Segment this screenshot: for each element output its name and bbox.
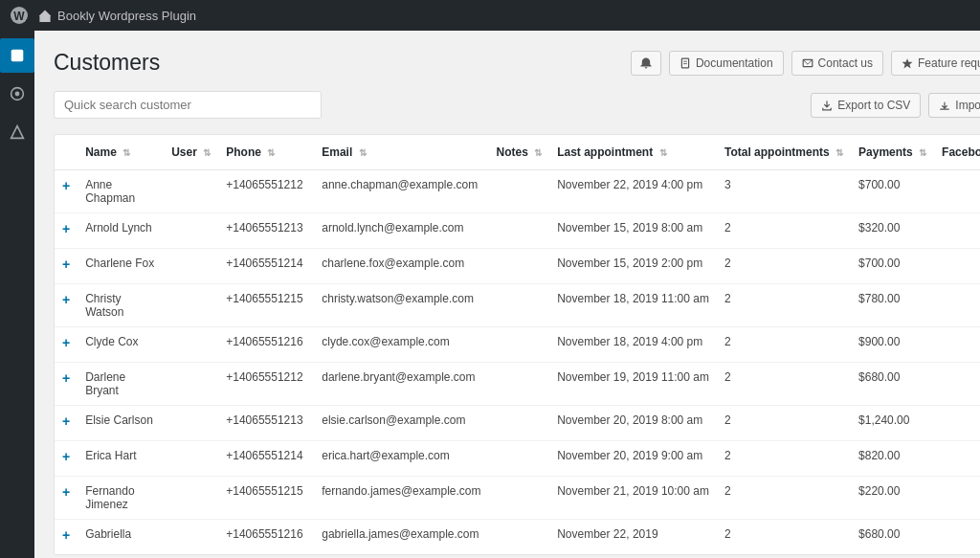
import-label: Import xyxy=(955,99,980,112)
row-facebook xyxy=(934,406,980,441)
row-expand-btn[interactable]: + xyxy=(62,292,70,307)
row-user xyxy=(164,441,218,477)
import-icon xyxy=(939,100,950,111)
star-icon xyxy=(902,57,913,69)
sidebar-icon-menu1[interactable] xyxy=(0,77,34,111)
row-expand-btn[interactable]: + xyxy=(62,527,70,543)
row-expand-btn[interactable]: + xyxy=(62,449,70,464)
row-payments: $900.00 xyxy=(851,327,934,363)
row-email: gabriella.james@example.com xyxy=(314,520,488,555)
row-phone: +14065551215 xyxy=(218,284,314,327)
table-row: + Elsie Carlson +14065551213 elsie.carls… xyxy=(55,406,980,441)
row-last-appointment: November 20, 2019 9:00 am xyxy=(549,441,717,477)
row-payments: $320.00 xyxy=(851,213,934,249)
row-notes xyxy=(488,441,549,477)
table-row: + Christy Watson +14065551215 christy.wa… xyxy=(55,284,980,327)
row-facebook xyxy=(934,363,980,406)
row-expand-btn[interactable]: + xyxy=(62,413,70,429)
email-icon xyxy=(802,57,813,69)
row-notes xyxy=(488,284,549,327)
row-expand-btn[interactable]: + xyxy=(62,221,70,236)
row-email: darlene.bryant@example.com xyxy=(314,363,488,406)
row-phone: +14065551213 xyxy=(218,406,314,441)
row-total-appointments: 2 xyxy=(717,477,851,520)
row-phone: +14065551216 xyxy=(218,327,314,363)
th-name[interactable]: Name ⇅ xyxy=(78,135,164,170)
row-phone: +14065551215 xyxy=(218,477,314,520)
house-icon xyxy=(38,9,52,22)
row-payments: $220.00 xyxy=(851,477,934,520)
th-payments[interactable]: Payments ⇅ xyxy=(851,135,934,170)
sort-last-appt-icon: ⇅ xyxy=(659,147,667,158)
header-actions: Documentation Contact us Feature request… xyxy=(631,51,980,76)
row-email: anne.chapman@example.com xyxy=(314,170,488,213)
th-last-appointment[interactable]: Last appointment ⇅ xyxy=(549,135,717,170)
th-facebook[interactable]: Facebook ⇅ xyxy=(934,135,980,170)
sort-total-appt-icon: ⇅ xyxy=(835,147,843,158)
bell-icon xyxy=(639,56,653,70)
row-phone: +14065551213 xyxy=(218,213,314,249)
row-notes xyxy=(488,170,549,213)
row-payments: $680.00 xyxy=(851,520,934,555)
site-name: Bookly Wordpress Plugin xyxy=(38,9,196,23)
toolbar-right: Export to CSV Import + New customer xyxy=(811,93,980,118)
row-expand-btn[interactable]: + xyxy=(62,484,70,500)
contact-us-button[interactable]: Contact us xyxy=(791,51,883,76)
search-input[interactable] xyxy=(54,91,322,119)
svg-rect-4 xyxy=(11,50,24,62)
row-payments: $1,240.00 xyxy=(851,406,934,441)
row-user xyxy=(164,249,218,284)
row-total-appointments: 2 xyxy=(717,284,851,327)
sidebar-icon-bookly[interactable] xyxy=(0,38,34,73)
documentation-label: Documentation xyxy=(696,56,773,70)
row-expand-cell: + xyxy=(55,249,78,284)
sort-email-icon: ⇅ xyxy=(359,147,367,158)
feature-requests-button[interactable]: Feature requests xyxy=(891,51,980,76)
table-row: + Fernando Jimenez +14065551215 fernando… xyxy=(55,477,980,520)
row-expand-btn[interactable]: + xyxy=(62,257,70,272)
row-total-appointments: 2 xyxy=(717,520,851,555)
row-notes xyxy=(488,363,549,406)
row-notes xyxy=(488,520,549,555)
row-expand-btn[interactable]: + xyxy=(62,370,70,386)
row-facebook xyxy=(934,520,980,555)
row-name: Arnold Lynch xyxy=(78,213,164,249)
row-last-appointment: November 22, 2019 4:00 pm xyxy=(549,170,717,213)
row-email: arnold.lynch@example.com xyxy=(314,213,488,249)
row-email: fernando.james@example.com xyxy=(314,477,488,520)
row-payments: $780.00 xyxy=(851,284,934,327)
import-button[interactable]: Import xyxy=(928,93,980,118)
th-total-appointments[interactable]: Total appointments ⇅ xyxy=(717,135,851,170)
table-row: + Clyde Cox +14065551216 clyde.cox@examp… xyxy=(55,327,980,363)
row-expand-btn[interactable]: + xyxy=(62,178,70,193)
row-total-appointments: 2 xyxy=(717,363,851,406)
row-facebook xyxy=(934,441,980,477)
contact-us-label: Contact us xyxy=(818,56,873,70)
sidebar xyxy=(0,31,34,558)
row-expand-cell: + xyxy=(55,170,78,213)
row-expand-btn[interactable]: + xyxy=(62,335,70,350)
page-title: Customers xyxy=(54,50,160,76)
site-name-text: Bookly Wordpress Plugin xyxy=(57,9,196,23)
customers-table-wrap: Name ⇅ User ⇅ Phone ⇅ Email ⇅ Notes ⇅ La… xyxy=(54,134,980,555)
bell-button[interactable] xyxy=(631,51,661,76)
th-phone[interactable]: Phone ⇅ xyxy=(218,135,314,170)
row-expand-cell: + xyxy=(55,284,78,327)
documentation-button[interactable]: Documentation xyxy=(669,51,784,76)
toolbar: Export to CSV Import + New customer xyxy=(54,91,980,119)
table-row: + Charlene Fox +14065551214 charlene.fox… xyxy=(55,249,980,284)
sort-phone-icon: ⇅ xyxy=(267,147,275,158)
row-payments: $700.00 xyxy=(851,249,934,284)
sort-user-icon: ⇅ xyxy=(203,147,211,158)
th-notes[interactable]: Notes ⇅ xyxy=(488,135,549,170)
export-csv-button[interactable]: Export to CSV xyxy=(811,93,921,118)
svg-text:W: W xyxy=(13,10,25,23)
row-last-appointment: November 18, 2019 11:00 am xyxy=(549,284,717,327)
row-phone: +14065551212 xyxy=(218,363,314,406)
th-user[interactable]: User ⇅ xyxy=(164,135,218,170)
row-phone: +14065551214 xyxy=(218,249,314,284)
page-header: Customers Documentation Contact us Featu… xyxy=(54,50,980,76)
sidebar-icon-menu2[interactable] xyxy=(0,115,34,149)
sort-name-icon: ⇅ xyxy=(122,147,130,158)
th-email[interactable]: Email ⇅ xyxy=(314,135,488,170)
